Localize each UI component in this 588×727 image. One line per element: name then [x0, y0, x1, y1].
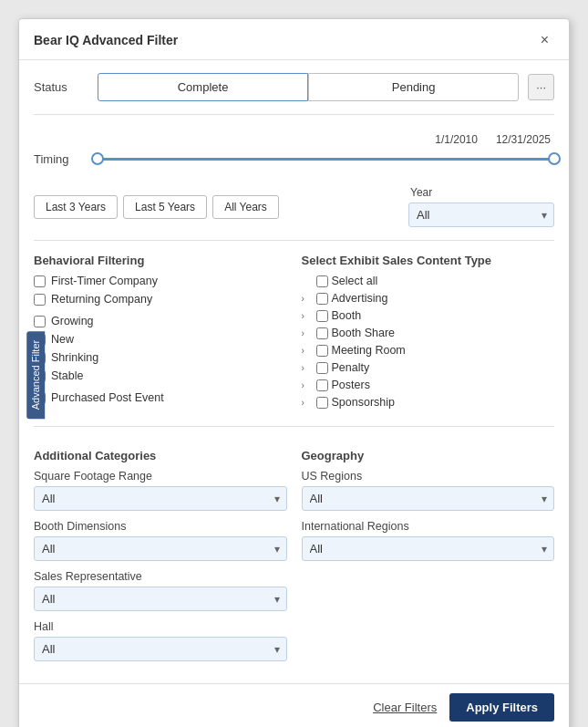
us-regions-select[interactable]: All [302, 486, 555, 511]
hall-select[interactable]: All [34, 637, 287, 661]
posters-expand-icon[interactable]: › [302, 380, 313, 390]
sales-rep-select[interactable]: All [34, 587, 287, 611]
modal-header: Bear IQ Advanced Filter × [19, 19, 569, 60]
purchased-post-event-label: Purchased Post Event [51, 391, 164, 404]
advertising-expand-icon[interactable]: › [302, 294, 313, 304]
first-timer-checkbox[interactable] [34, 275, 46, 287]
timing-section: 1/1/2010 12/31/2025 Timing [34, 128, 554, 177]
year-select[interactable]: All [408, 203, 554, 227]
timing-slider[interactable] [98, 150, 554, 168]
status-label: Status [34, 80, 88, 94]
hall-label: Hall [34, 620, 287, 633]
clear-filters-button[interactable]: Clear Filters [373, 701, 437, 714]
first-timer-label: First-Timer Company [51, 275, 158, 287]
side-tab-label: Advanced Filter [26, 331, 45, 419]
us-regions-group: US Regions All [302, 470, 555, 511]
new-item[interactable]: New [34, 333, 287, 346]
exhibit-meeting-room-item[interactable]: › Meeting Room [302, 344, 555, 357]
categories-geography-section: Additional Categories Square Footage Ran… [34, 440, 554, 670]
stable-label: Stable [51, 369, 83, 382]
exhibit-select-all-checkbox[interactable] [316, 275, 328, 287]
returning-company-checkbox[interactable] [34, 294, 46, 306]
international-regions-group: International Regions All [302, 520, 555, 561]
geography-title: Geography [302, 449, 555, 462]
status-row: Status Complete Pending ··· [34, 73, 554, 101]
year-buttons-group: Last 3 Years Last 5 Years All Years [34, 195, 394, 219]
exhibit-booth-share-checkbox[interactable] [316, 327, 328, 339]
sponsorship-expand-icon[interactable]: › [302, 398, 313, 408]
status-buttons: Complete Pending [98, 73, 519, 101]
growing-item[interactable]: Growing [34, 315, 287, 327]
us-regions-select-wrapper: All [302, 486, 555, 511]
timing-row: Timing [34, 150, 554, 168]
exhibit-booth-label: Booth [332, 309, 362, 322]
exhibit-sponsorship-item[interactable]: › Sponsorship [302, 396, 555, 409]
status-pending-button[interactable]: Pending [308, 73, 519, 101]
exhibit-booth-checkbox[interactable] [316, 310, 328, 322]
exhibit-posters-label: Posters [332, 379, 370, 391]
year-select-group: Year All [408, 186, 554, 227]
exhibit-advertising-item[interactable]: › Advertising [302, 292, 555, 305]
exhibit-sales-section: Select Exhibit Sales Content Type Select… [302, 254, 555, 413]
hall-select-wrapper: All [34, 637, 287, 661]
divider-3 [34, 426, 554, 427]
exhibit-booth-share-item[interactable]: › Booth Share [302, 327, 555, 339]
square-footage-group: Square Footage Range All [34, 470, 287, 511]
exhibit-penalty-item[interactable]: › Penalty [302, 361, 555, 374]
exhibit-penalty-checkbox[interactable] [316, 362, 328, 374]
purchased-post-event-item[interactable]: Purchased Post Event [34, 391, 287, 404]
behavioral-title: Behavioral Filtering [34, 254, 287, 267]
exhibit-select-all-label: Select all [332, 275, 378, 287]
returning-company-item[interactable]: Returning Company [34, 293, 287, 306]
modal-body: Status Complete Pending ··· 1/1/2010 12/… [19, 60, 569, 683]
slider-track [98, 158, 554, 161]
slider-thumb-left[interactable] [91, 152, 104, 165]
modal-title: Bear IQ Advanced Filter [34, 33, 178, 47]
year-row: Last 3 Years Last 5 Years All Years Year… [34, 186, 554, 227]
status-complete-button[interactable]: Complete [98, 73, 308, 101]
exhibit-select-all-item[interactable]: Select all [302, 275, 555, 287]
last-5-years-button[interactable]: Last 5 Years [123, 195, 207, 219]
sales-rep-label: Sales Representative [34, 570, 287, 583]
shrinking-item[interactable]: Shrinking [34, 351, 287, 364]
square-footage-label: Square Footage Range [34, 470, 287, 483]
all-years-button[interactable]: All Years [212, 195, 279, 219]
exhibit-posters-checkbox[interactable] [316, 379, 328, 391]
last-3-years-button[interactable]: Last 3 Years [34, 195, 118, 219]
geography-section: Geography US Regions All International R… [302, 449, 555, 670]
exhibit-sponsorship-checkbox[interactable] [316, 397, 328, 409]
growing-label: Growing [51, 315, 94, 327]
booth-share-expand-icon[interactable]: › [302, 328, 313, 338]
booth-expand-icon[interactable]: › [302, 311, 313, 321]
returning-company-label: Returning Company [51, 293, 152, 306]
apply-filters-button[interactable]: Apply Filters [449, 693, 554, 722]
booth-dimensions-select-wrapper: All [34, 536, 287, 561]
more-options-button[interactable]: ··· [528, 74, 554, 100]
exhibit-posters-item[interactable]: › Posters [302, 379, 555, 391]
us-regions-label: US Regions [302, 470, 555, 483]
exhibit-booth-share-label: Booth Share [332, 327, 396, 339]
first-timer-item[interactable]: First-Timer Company [34, 275, 287, 287]
timing-dates: 1/1/2010 12/31/2025 [34, 133, 554, 146]
international-regions-select-wrapper: All [302, 536, 555, 561]
exhibit-booth-item[interactable]: › Booth [302, 309, 555, 322]
behavioral-group-1: First-Timer Company Returning Company [34, 275, 287, 306]
hall-group: Hall All [34, 620, 287, 661]
slider-fill [98, 158, 554, 161]
booth-dimensions-label: Booth Dimensions [34, 520, 287, 533]
penalty-expand-icon[interactable]: › [302, 363, 313, 373]
meeting-room-expand-icon[interactable]: › [302, 346, 313, 356]
exhibit-advertising-label: Advertising [332, 292, 388, 305]
square-footage-select[interactable]: All [34, 486, 287, 511]
exhibit-meeting-room-checkbox[interactable] [316, 345, 328, 357]
growing-checkbox[interactable] [34, 316, 46, 327]
advanced-filter-modal: Advanced Filter Bear IQ Advanced Filter … [18, 18, 570, 727]
timing-date-start: 1/1/2010 [435, 133, 478, 146]
close-button[interactable]: × [535, 30, 554, 50]
slider-thumb-right[interactable] [548, 152, 561, 165]
exhibit-advertising-checkbox[interactable] [316, 293, 328, 305]
booth-dimensions-select[interactable]: All [34, 536, 287, 561]
international-regions-select[interactable]: All [302, 536, 555, 561]
exhibit-sponsorship-label: Sponsorship [332, 396, 396, 409]
stable-item[interactable]: Stable [34, 369, 287, 382]
